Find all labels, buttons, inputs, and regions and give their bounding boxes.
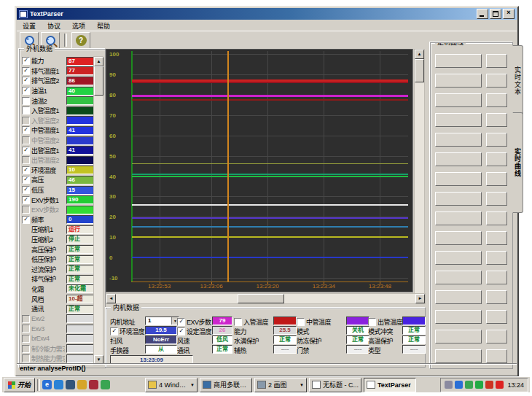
security-icon[interactable] <box>89 380 98 389</box>
checkbox-EXV步数2[interactable] <box>22 206 30 214</box>
curve-value-field[interactable] <box>486 271 507 284</box>
time-cursor[interactable] <box>227 51 229 282</box>
chart-scroll-left-icon[interactable]: ◄ <box>106 294 116 303</box>
desktop-icon[interactable] <box>66 380 75 389</box>
checkbox-中管温度2[interactable] <box>22 136 30 144</box>
curve-name-field[interactable] <box>435 113 482 127</box>
curve-value-field[interactable] <box>486 192 507 206</box>
checkbox-制冷能力需求[interactable] <box>22 345 30 353</box>
curve-name-field[interactable] <box>435 133 482 147</box>
curve-value-field[interactable] <box>486 310 507 324</box>
curve-name-field[interactable] <box>435 192 482 206</box>
curve-name-field[interactable] <box>435 231 482 245</box>
taskbar-button-商用多联机...[interactable]: 商用多联机... <box>200 378 252 392</box>
checkbox-出管温度[interactable] <box>368 318 376 326</box>
curve-name-field[interactable] <box>435 93 482 107</box>
checkbox-brExv4[interactable] <box>22 335 30 343</box>
minimize-button[interactable] <box>477 9 488 19</box>
scroll-up-icon[interactable]: ▲ <box>94 57 103 66</box>
checkbox-入管温度1[interactable] <box>22 106 30 114</box>
outlook-icon[interactable] <box>54 380 63 389</box>
power-icon[interactable] <box>496 381 504 389</box>
taskbar-group-arrow-icon[interactable]: ▼ <box>190 383 195 387</box>
curve-name-field[interactable] <box>435 349 482 363</box>
outdoor-scrollbar[interactable]: ▲ ▼ <box>93 56 103 365</box>
checkbox-入管温度2[interactable] <box>22 117 30 125</box>
curve-value-field[interactable] <box>486 172 507 186</box>
printer-icon[interactable] <box>445 381 453 389</box>
checkbox-中管温度[interactable] <box>297 318 305 326</box>
help-button[interactable]: ? <box>71 32 90 49</box>
curve-value-field[interactable] <box>486 231 507 245</box>
chart-horizontal-scrollbar[interactable]: ◄ ► <box>106 293 426 304</box>
taskbar-group-arrow-icon[interactable]: ▼ <box>300 383 304 387</box>
menu-item-2[interactable]: 协议 <box>42 20 66 31</box>
curve-value-field[interactable] <box>486 74 507 88</box>
trend-chart[interactable]: 1009080706050403020100-1013:22:5313:23:0… <box>106 49 413 292</box>
checkbox-排气温度1[interactable]: ✓ <box>22 67 30 75</box>
messenger-icon[interactable] <box>455 381 463 389</box>
curve-name-field[interactable] <box>435 290 482 304</box>
curve-name-field[interactable] <box>435 271 482 284</box>
checkbox-入管温度[interactable] <box>234 318 242 326</box>
taskbar-button-TextParser[interactable]: TextParser <box>364 378 416 392</box>
close-button[interactable]: × <box>503 9 515 19</box>
checkbox-排气温度2[interactable]: ✓ <box>22 77 30 85</box>
checkbox-制热能力需求[interactable] <box>22 354 30 362</box>
checkbox-环境温度[interactable]: ✓ <box>22 166 30 174</box>
curve-value-field[interactable] <box>486 54 507 68</box>
checkbox-环境温度[interactable]: ✓ <box>110 327 118 335</box>
checkbox-Exv2[interactable] <box>22 315 30 323</box>
checkbox-出管温度1[interactable]: ✓ <box>22 147 30 155</box>
update-icon[interactable] <box>465 381 473 389</box>
menu-item-3[interactable]: 选项 <box>66 20 91 31</box>
curve-name-field[interactable] <box>435 310 482 324</box>
checkbox-频率[interactable]: ✓ <box>22 216 30 224</box>
curve-name-field[interactable] <box>435 330 482 343</box>
checkbox-油温1[interactable]: ✓ <box>22 87 30 95</box>
curve-name-field[interactable] <box>435 152 482 166</box>
curve-value-field[interactable] <box>486 113 507 127</box>
checkbox-Exv3[interactable] <box>22 325 30 333</box>
checkbox-高压[interactable]: ✓ <box>22 176 30 184</box>
curve-name-field[interactable] <box>435 172 482 186</box>
curve-value-field[interactable] <box>486 251 507 265</box>
curve-name-field[interactable] <box>435 251 482 265</box>
checkbox-出管温度2[interactable] <box>22 156 30 164</box>
monitor-icon[interactable] <box>475 381 483 389</box>
curve-value-field[interactable] <box>486 152 507 166</box>
chart-vertical-scrollbar[interactable]: ▲ ▼ <box>414 49 425 304</box>
clock[interactable]: 13:24 <box>506 381 524 389</box>
taskbar-button-4 Windows ...[interactable]: 4 Windows ...▼ <box>145 378 197 392</box>
checkbox-油温2[interactable] <box>22 97 30 105</box>
chart-scroll-right-icon[interactable]: ► <box>415 294 425 303</box>
checkbox-中管温度1[interactable]: ✓ <box>22 126 30 134</box>
curve-name-field[interactable] <box>435 54 482 68</box>
curve-value-field[interactable] <box>486 349 507 363</box>
checkbox-能力[interactable]: ✓ <box>22 57 30 65</box>
indoor-address-dropdown[interactable]: 1▼ <box>145 317 179 325</box>
start-button[interactable]: 开始 <box>4 378 35 392</box>
menu-item-4[interactable]: 帮助 <box>91 20 116 31</box>
tab-实时文本[interactable]: 实时文本 <box>512 45 523 117</box>
taskbar-button-2 画图[interactable]: 2 画图▼ <box>254 378 307 392</box>
curve-value-field[interactable] <box>486 211 507 225</box>
ie-icon[interactable]: e <box>42 380 52 389</box>
curve-value-field[interactable] <box>486 133 507 147</box>
checkbox-EXV步数[interactable]: ✓ <box>177 318 185 326</box>
taskbar-button-无标题 - C...[interactable]: 无标题 - C... <box>309 378 361 392</box>
tab-实时曲线[interactable]: 实时曲线 <box>512 112 523 213</box>
msn-icon[interactable] <box>101 380 110 389</box>
menu-item-1[interactable]: 设置 <box>17 20 42 31</box>
curve-value-field[interactable] <box>486 330 507 343</box>
curve-name-field[interactable] <box>435 74 482 88</box>
curve-value-field[interactable] <box>486 93 507 107</box>
curve-name-field[interactable] <box>435 211 482 225</box>
curve-value-field[interactable] <box>486 290 507 304</box>
checkbox-EXV步数1[interactable]: ✓ <box>22 196 30 204</box>
restore-button[interactable] <box>490 9 501 19</box>
checkbox-设定温度[interactable]: ✓ <box>177 327 185 335</box>
checkbox-低压[interactable]: ✓ <box>22 186 30 194</box>
chart-scroll-up-icon[interactable]: ▲ <box>415 50 424 59</box>
media-icon[interactable] <box>77 380 87 389</box>
